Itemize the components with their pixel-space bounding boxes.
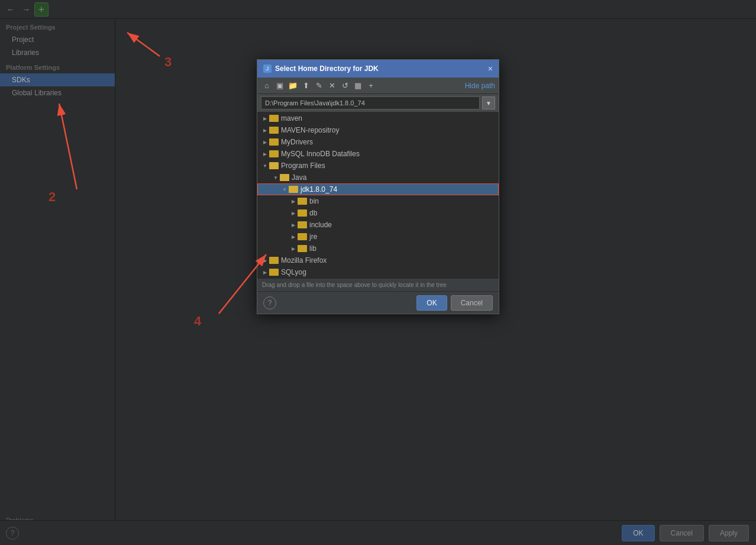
tree-item[interactable]: ▶ bin: [257, 195, 499, 207]
tree-arrow-icon: ▶: [289, 234, 298, 240]
tree-item[interactable]: ▶ MySQL InnoDB Datafiles: [257, 148, 499, 160]
dialog-footer-buttons: OK Cancel: [416, 295, 493, 311]
dialog-toolbar: ⌂ ▣ 📁 ⬆ ✎ ✕ ↺ ▦ + Hide path: [257, 78, 499, 94]
dialog-hint: Drag and drop a file into the space abov…: [257, 278, 499, 291]
dialog-details-btn[interactable]: ▦: [352, 80, 364, 92]
folder-icon: [298, 245, 307, 252]
dialog-help-button[interactable]: ?: [263, 296, 276, 309]
dialog-title-text: Select Home Directory for JDK: [275, 65, 379, 73]
tree-item-jdk[interactable]: ▼ jdk1.8.0_74: [257, 183, 499, 195]
tree-arrow-icon: ▶: [289, 246, 298, 251]
tree-arrow-icon: ▶: [261, 140, 269, 145]
tree-arrow-icon: ▶: [289, 222, 298, 228]
folder-icon: [269, 150, 279, 157]
tree-item-name: MAVEN-repositroy: [281, 126, 499, 134]
folder-icon: [298, 209, 307, 217]
folder-icon: [298, 233, 307, 240]
dialog-add-btn[interactable]: +: [365, 80, 377, 92]
tree-item-name: jre: [309, 233, 499, 241]
folder-open-icon: [269, 162, 279, 169]
dialog-refresh-btn[interactable]: ↺: [339, 80, 351, 92]
folder-icon: [269, 127, 279, 134]
folder-icon: [298, 221, 307, 228]
folder-icon: [269, 269, 279, 276]
tree-item-name: Java: [292, 173, 499, 182]
dialog-new-folder-btn[interactable]: ✎: [313, 80, 325, 92]
tree-item-name: jdk1.8.0_74: [301, 185, 498, 194]
dialog-title-left: J Select Home Directory for JDK: [263, 65, 379, 73]
tree-arrow-icon: ▶: [289, 199, 298, 204]
tree-arrow-icon: ▼: [272, 175, 280, 180]
tree-arrow-icon: ▼: [280, 187, 289, 192]
folder-icon: [298, 198, 307, 205]
file-tree[interactable]: ▶ maven ▶ MAVEN-repositroy ▶ MyDrivers ▶…: [257, 112, 499, 278]
dialog-delete-btn[interactable]: ✕: [326, 80, 338, 92]
tree-item-name: db: [309, 209, 499, 217]
tree-item-name: bin: [309, 197, 499, 205]
tree-item[interactable]: ▶ MAVEN-repositroy: [257, 124, 499, 136]
dialog-footer: ? OK Cancel: [257, 291, 499, 314]
select-jdk-dialog: J Select Home Directory for JDK × ⌂ ▣ 📁 …: [257, 59, 499, 314]
dialog-footer-left: ?: [263, 296, 276, 309]
folder-open-icon: [289, 186, 298, 193]
tree-item-name: MySQL InnoDB Datafiles: [281, 150, 499, 158]
dialog-view-btn[interactable]: ▣: [274, 80, 286, 92]
folder-icon: [269, 138, 279, 146]
tree-item-name: SQLyog: [281, 268, 499, 276]
tree-item[interactable]: ▶ Mozilla Firefox: [257, 254, 499, 266]
tree-arrow-icon: ▶: [261, 151, 269, 157]
tree-item[interactable]: ▶ include: [257, 219, 499, 231]
dialog-cancel-button[interactable]: Cancel: [451, 295, 493, 311]
path-input[interactable]: [261, 96, 480, 109]
tree-item[interactable]: ▶ maven: [257, 112, 499, 124]
dialog-titlebar: J Select Home Directory for JDK ×: [257, 60, 499, 78]
tree-item-name: maven: [281, 114, 499, 122]
tree-item[interactable]: ▶ db: [257, 207, 499, 219]
path-browse-btn[interactable]: ▼: [482, 96, 495, 109]
path-row: ▼: [257, 94, 499, 112]
tree-item[interactable]: ▼ Program Files: [257, 160, 499, 172]
dialog-up-btn[interactable]: ⬆: [300, 80, 312, 92]
folder-icon: [269, 257, 279, 264]
tree-item-name: Program Files: [281, 162, 499, 170]
tree-arrow-icon: ▶: [289, 211, 298, 216]
tree-item[interactable]: ▶ MyDrivers: [257, 136, 499, 148]
tree-arrow-icon: ▶: [261, 116, 269, 121]
tree-item[interactable]: ▶ jre: [257, 231, 499, 243]
folder-icon: [269, 115, 279, 122]
tree-item-name: include: [309, 221, 499, 229]
tree-arrow-icon: ▶: [261, 128, 269, 133]
tree-item-name: Mozilla Firefox: [281, 256, 499, 265]
tree-item[interactable]: ▶ SQLyog: [257, 266, 499, 278]
hide-path-link[interactable]: Hide path: [465, 82, 495, 90]
dialog-title-icon: J: [263, 65, 272, 73]
tree-arrow-icon: ▶: [261, 258, 269, 263]
dialog-overlay: J Select Home Directory for JDK × ⌂ ▣ 📁 …: [0, 0, 756, 545]
tree-item-name: MyDrivers: [281, 138, 499, 146]
tree-item[interactable]: ▶ lib: [257, 243, 499, 254]
tree-arrow-icon: ▼: [261, 163, 269, 169]
tree-arrow-icon: ▶: [261, 270, 269, 275]
tree-item[interactable]: ▼ Java: [257, 172, 499, 183]
dialog-ok-button[interactable]: OK: [416, 295, 447, 311]
tree-item-name: lib: [309, 244, 499, 253]
dialog-home-btn[interactable]: ⌂: [261, 80, 273, 92]
dialog-close-button[interactable]: ×: [488, 64, 493, 73]
dialog-folder-btn[interactable]: 📁: [287, 80, 299, 92]
folder-open-icon: [280, 174, 289, 181]
